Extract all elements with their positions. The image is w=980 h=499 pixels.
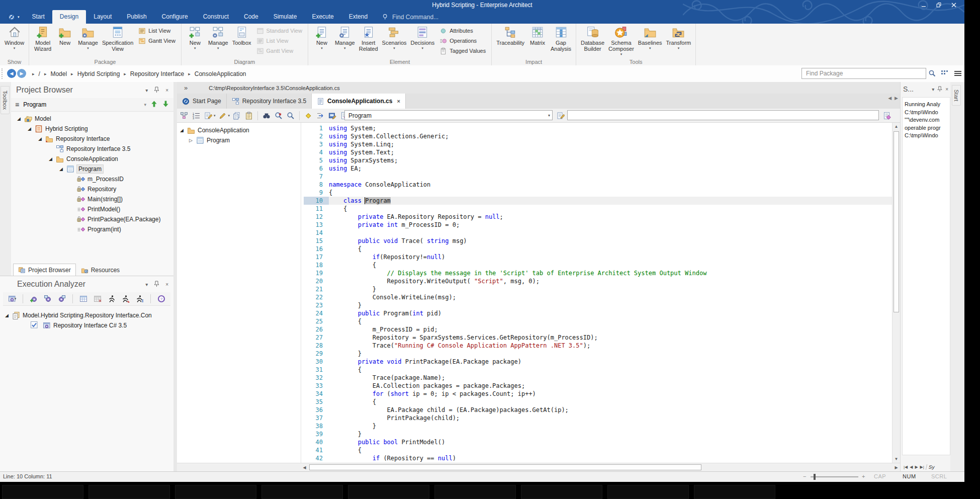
gap-analysis-button[interactable]: GapAnalysis	[549, 25, 573, 53]
new-button[interactable]: New▾	[311, 25, 333, 51]
code-line-16[interactable]: 16 {	[304, 245, 893, 253]
hscroll-thumb[interactable]	[309, 464, 701, 470]
expand-icon[interactable]: ◢	[180, 128, 187, 133]
close-panel-icon[interactable]: ×	[945, 87, 948, 92]
zoom-star-button[interactable]	[274, 111, 284, 121]
navigate-forward-button[interactable]: ▶	[17, 69, 26, 78]
tree-item-program-int[interactable]: Program(int)	[70, 224, 121, 234]
code-line-18[interactable]: 18 {	[304, 261, 893, 269]
tab-first-icon[interactable]: |◀	[904, 465, 908, 469]
expand-icon[interactable]: ◢	[59, 167, 66, 172]
breadcrumb-item-[interactable]: /	[39, 70, 40, 77]
expand-icon[interactable]: ◢	[17, 116, 24, 121]
zoom-out-icon[interactable]: −	[803, 473, 806, 479]
save-pencil-button[interactable]	[327, 111, 337, 121]
code-line-25[interactable]: 25 {	[304, 317, 893, 325]
zoom-slider-thumb[interactable]	[814, 474, 816, 480]
code-line-32[interactable]: 32 Trace(package.Name);	[304, 374, 893, 382]
list-view-button[interactable]: List View	[256, 36, 302, 45]
breadcrumb-item-model[interactable]: Model	[50, 70, 67, 77]
code-line-8[interactable]: 8namespace ConsoleApplication	[304, 181, 893, 189]
code-line-2[interactable]: 2using System.Collections.Generic;	[304, 132, 893, 140]
gear-win3-button[interactable]	[57, 294, 67, 304]
expand-icon[interactable]: ◢	[49, 156, 56, 161]
dropdown-icon[interactable]: ▾	[144, 102, 146, 107]
code-line-6[interactable]: 6using EA;	[304, 164, 893, 173]
ribbon-tab-simulate[interactable]: Simulate	[266, 10, 305, 24]
code-line-33[interactable]: 33 EA.Collection packages = package.Pack…	[304, 382, 893, 390]
tree-item-repository-interface-3-5[interactable]: Repository Interface 3.5	[49, 144, 130, 154]
ribbon-tab-layout[interactable]: Layout	[86, 10, 119, 24]
matrix-grid-icon[interactable]	[940, 69, 948, 79]
toolbox-side-tab[interactable]: Toolbox	[1, 86, 10, 114]
window-button[interactable]: Window▾	[3, 25, 26, 51]
status-toggle-cap[interactable]: CAP	[874, 473, 886, 479]
code-view[interactable]: 1using System;2using System.Collections.…	[304, 123, 893, 463]
code-line-19[interactable]: 19 // Displays the message in the 'Scrip…	[304, 269, 893, 277]
code-line-17[interactable]: 17 if(Repository!=null)	[304, 253, 893, 261]
binoculars-button[interactable]	[261, 111, 272, 121]
doc-pencil-button[interactable]	[556, 111, 566, 121]
zoom-button[interactable]	[286, 111, 296, 121]
document-tab-repository-interface-3-5[interactable]: Repository Interface 3.5	[227, 94, 312, 109]
gantt-view-button[interactable]: Gantt View	[256, 46, 302, 55]
breadcrumb-item-hybrid-scripting[interactable]: Hybrid Scripting	[77, 70, 120, 77]
ribbon-tab-publish[interactable]: Publish	[119, 10, 154, 24]
manage-button[interactable]: Manage▾	[76, 25, 100, 51]
dock-tab-project-browser[interactable]: Project Browser	[13, 264, 76, 276]
vertical-splitter[interactable]	[173, 82, 177, 471]
hamburger-menu-icon[interactable]	[953, 69, 962, 79]
runner-red-button[interactable]	[121, 294, 131, 304]
tab-scroll-buttons[interactable]: ◀▶	[888, 96, 898, 101]
pin-icon[interactable]	[937, 86, 942, 93]
model-wizard-button[interactable]: ModelWizard	[32, 25, 54, 53]
expand-icon[interactable]: ◢	[28, 126, 35, 131]
gear-win2-button[interactable]	[43, 294, 53, 304]
code-line-10[interactable]: 10 class Program	[304, 197, 893, 205]
clipboard-button[interactable]	[244, 111, 254, 121]
dock-tab-resources[interactable]: Resources	[76, 264, 125, 276]
help-button[interactable]: ?	[156, 294, 166, 304]
vertical-scrollbar[interactable]: ▲ ▼	[892, 123, 900, 463]
system-output-tab[interactable]: Sy	[926, 464, 937, 470]
close-tab-icon[interactable]: ×	[397, 98, 400, 104]
code-line-15[interactable]: 15 public void Trace( string msg)	[304, 237, 893, 245]
status-toggle-num[interactable]: NUM	[903, 473, 916, 479]
grid-gray-button[interactable]	[93, 294, 103, 304]
code-line-4[interactable]: 4using System.Text;	[304, 148, 893, 156]
tab-prev-icon[interactable]: ◀	[910, 465, 913, 469]
new-button[interactable]: New	[54, 25, 76, 47]
tree-item-repository-interface[interactable]: ◢Repository Interface	[38, 134, 110, 144]
scroll-right-icon[interactable]: ▶	[893, 463, 900, 471]
ribbon-tab-construct[interactable]: Construct	[196, 10, 236, 24]
code-line-36[interactable]: 36 EA.Package child = (EA.Package)packag…	[304, 406, 893, 414]
tree-item-main-string[interactable]: Main(string[])	[70, 194, 123, 204]
search-combobox[interactable]	[567, 110, 879, 120]
code-line-35[interactable]: 35 {	[304, 398, 893, 406]
code-line-20[interactable]: 20 Repository.WriteOutput( "Script", msg…	[304, 277, 893, 285]
pencil-button[interactable]	[218, 111, 228, 121]
analyzer-item-repository-interface-c-3-5[interactable]: Repository Interface C# 3.5	[30, 320, 127, 330]
code-line-22[interactable]: 22 Console.WriteLine(msg);	[304, 293, 893, 301]
breadcrumb-item-consoleapplication[interactable]: ConsoleApplication	[195, 70, 246, 77]
restore-button[interactable]	[931, 0, 946, 10]
code-line-13[interactable]: 13 private int m_ProcessID = 0;	[304, 221, 893, 229]
new-button[interactable]: New▾	[184, 25, 206, 51]
tree-item-printpackage-ea-package[interactable]: PrintPackage(EA.Package)	[70, 214, 160, 224]
symbol-combobox[interactable]: Program▾	[344, 110, 553, 120]
analyzer-item-model-hybrid-scripting-reposit[interactable]: ◢Model.Hybrid Scripting.Repository Inter…	[5, 310, 152, 320]
gantt-view-button[interactable]: Gantt View	[138, 36, 175, 45]
code-line-7[interactable]: 7	[304, 173, 893, 181]
code-line-39[interactable]: 39 }	[304, 430, 893, 438]
tagged-values-button[interactable]: Tagged Values	[439, 46, 486, 55]
tree-item-model[interactable]: ◢Model	[17, 114, 51, 124]
chevron-overflow-icon[interactable]: »	[177, 84, 195, 92]
specification-view-button[interactable]: SpecificationView	[100, 25, 135, 53]
code-line-29[interactable]: 29 }	[304, 350, 893, 358]
gear-window-dd-button[interactable]: ▾	[7, 294, 17, 304]
manage-button[interactable]: Manage▾	[206, 25, 230, 51]
tree-item-consoleapplication[interactable]: ◢ConsoleApplication	[49, 154, 118, 164]
baselines-button[interactable]: Baselines▾	[636, 25, 664, 51]
numlist-button[interactable]: 123	[191, 111, 201, 121]
ribbon-tab-design[interactable]: Design	[52, 10, 86, 24]
